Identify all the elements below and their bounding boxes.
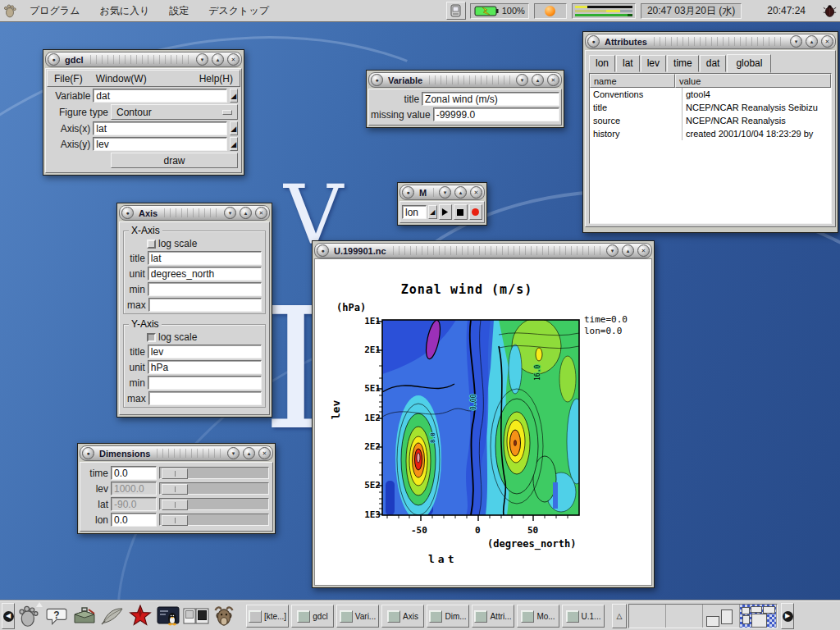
close-button[interactable]: ✕: [637, 244, 650, 257]
task-attributes[interactable]: Attri...: [472, 605, 514, 628]
tab-lat[interactable]: lat: [616, 55, 640, 72]
y-log-scale-checkbox[interactable]: [147, 333, 156, 342]
x-max-entry[interactable]: [148, 298, 262, 312]
column-header-name[interactable]: name: [590, 74, 675, 88]
minimize-button[interactable]: ▾: [516, 74, 528, 86]
launcher-gnu[interactable]: [210, 603, 238, 629]
window-attributes[interactable]: ● Attributes ▾ ▴ ✕ lon lat lev time dat …: [582, 31, 838, 233]
launcher-help[interactable]: ?: [43, 603, 71, 629]
panel-hide-right-button[interactable]: ▶: [781, 603, 794, 629]
window-monitor[interactable]: ● M ▾ ▴ ✕ ◢: [397, 182, 487, 226]
stop-button[interactable]: [454, 204, 467, 220]
close-button[interactable]: ✕: [470, 186, 482, 199]
menu-file[interactable]: File(F): [48, 73, 89, 84]
window-menu-button[interactable]: ●: [402, 186, 414, 199]
titlebar-monitor[interactable]: ● M ▾ ▴ ✕: [399, 185, 485, 200]
time-slider[interactable]: [159, 467, 269, 479]
task-dimensions[interactable]: Dim...: [427, 605, 469, 628]
maximize-button[interactable]: ▴: [243, 447, 255, 459]
pager-desktop-4[interactable]: [740, 605, 777, 628]
menu-programs[interactable]: プログラム: [20, 0, 89, 21]
tab-lev[interactable]: lev: [641, 55, 666, 72]
close-button[interactable]: ✕: [227, 53, 240, 66]
titlebar-plot[interactable]: ● U.199901.nc ▾ ▴ ✕: [314, 243, 652, 258]
table-row[interactable]: title NCEP/NCAR Reanalysis Seibizu: [590, 101, 831, 114]
launcher-terminal[interactable]: [154, 603, 182, 629]
tab-dat[interactable]: dat: [700, 55, 727, 72]
draw-button[interactable]: draw: [111, 153, 238, 168]
slider-handle[interactable]: [162, 484, 188, 495]
close-button[interactable]: ✕: [821, 35, 833, 48]
titlebar-axis[interactable]: ● Axis ▾ ▴ ✕: [119, 205, 270, 221]
y-unit-entry[interactable]: [148, 360, 262, 374]
axis-x-combo-entry[interactable]: [93, 121, 226, 135]
close-button[interactable]: ✕: [258, 447, 271, 459]
launcher-toolbox[interactable]: [71, 603, 98, 629]
x-unit-entry[interactable]: [148, 267, 262, 281]
pager-desktop-1[interactable]: [629, 605, 666, 628]
window-axis[interactable]: ● Axis ▾ ▴ ✕ X-Axis log scale title unit…: [116, 203, 272, 418]
lon-entry[interactable]: [111, 513, 157, 527]
titlebar-variable[interactable]: ● Variable ▾ ▴ ✕: [368, 72, 562, 88]
pager-arrow-button[interactable]: △: [612, 604, 627, 628]
modem-applet[interactable]: [534, 3, 567, 19]
task-plot[interactable]: U.1...: [562, 605, 605, 628]
maximize-button[interactable]: ▴: [240, 207, 252, 219]
minimize-button[interactable]: ▾: [606, 244, 619, 257]
window-dimensions[interactable]: ● Dimensions ▾ ▴ ✕ time lev lat: [77, 443, 276, 534]
menu-settings[interactable]: 設定: [159, 0, 199, 21]
table-row[interactable]: Conventions gtool4: [590, 88, 831, 101]
minimize-button[interactable]: ▾: [224, 207, 236, 219]
table-row[interactable]: source NCEP/NCAR Reanalysis: [590, 114, 831, 127]
lat-slider[interactable]: [159, 498, 269, 510]
x-title-entry[interactable]: [148, 251, 262, 265]
minimize-button[interactable]: ▾: [790, 35, 802, 48]
task-kterm[interactable]: [kte...]: [246, 605, 289, 628]
minimize-button[interactable]: ▾: [439, 186, 451, 199]
launcher-gnome-menu[interactable]: [15, 603, 43, 629]
bug-applet-icon[interactable]: [819, 2, 840, 20]
figure-type-optionmenu[interactable]: Contour: [111, 104, 238, 120]
device-applet-icon[interactable]: [446, 2, 466, 20]
slider-handle[interactable]: [162, 500, 188, 510]
time-entry[interactable]: [111, 466, 157, 480]
menu-desktop[interactable]: デスクトップ: [199, 0, 279, 21]
dropdown-arrow-icon[interactable]: ◢: [230, 121, 238, 135]
launcher-quill[interactable]: [98, 603, 126, 629]
launcher-displays[interactable]: [182, 603, 210, 629]
slider-handle[interactable]: [162, 468, 188, 479]
task-axis[interactable]: Axis: [381, 605, 424, 628]
x-log-scale-checkbox[interactable]: [147, 240, 156, 249]
window-menu-button[interactable]: ●: [317, 244, 329, 257]
launcher-star[interactable]: [126, 603, 154, 629]
axis-y-combo-entry[interactable]: [93, 137, 226, 151]
y-title-entry[interactable]: [148, 345, 262, 358]
close-button[interactable]: ✕: [255, 207, 267, 219]
minimize-button[interactable]: ▾: [196, 53, 208, 66]
lev-slider[interactable]: [159, 482, 269, 495]
window-menu-button[interactable]: ●: [48, 53, 60, 66]
window-gdcl[interactable]: ● gdcl ▾ ▴ ✕ File(F) Window(W) Help(H) V…: [43, 49, 244, 176]
task-gdcl[interactable]: gdcl: [291, 605, 334, 628]
menu-window[interactable]: Window(W): [89, 73, 153, 84]
load-meter-applet[interactable]: [572, 3, 636, 19]
maximize-button[interactable]: ▴: [532, 74, 544, 86]
play-button[interactable]: [439, 204, 452, 220]
menu-help[interactable]: Help(H): [193, 73, 240, 84]
menu-favorites[interactable]: お気に入り: [89, 0, 159, 21]
window-menu-button[interactable]: ●: [82, 447, 94, 459]
table-row[interactable]: history created 2001/10/04 18:23:29 by: [590, 127, 831, 140]
gnome-menu-icon[interactable]: [0, 2, 20, 20]
lon-slider[interactable]: [159, 514, 269, 526]
dropdown-arrow-icon[interactable]: ◢: [428, 205, 437, 219]
maximize-button[interactable]: ▴: [806, 35, 818, 48]
dimension-combo-entry[interactable]: [402, 205, 427, 219]
slider-handle[interactable]: [162, 515, 188, 526]
dropdown-arrow-icon[interactable]: ◢: [230, 89, 238, 103]
battery-applet[interactable]: 100%: [470, 3, 529, 19]
close-button[interactable]: ✕: [547, 74, 559, 86]
maximize-button[interactable]: ▴: [454, 186, 467, 199]
titlebar-gdcl[interactable]: ● gdcl ▾ ▴ ✕: [45, 52, 242, 67]
column-header-value[interactable]: value: [675, 74, 831, 88]
window-variable[interactable]: ● Variable ▾ ▴ ✕ title missing value: [366, 70, 564, 128]
